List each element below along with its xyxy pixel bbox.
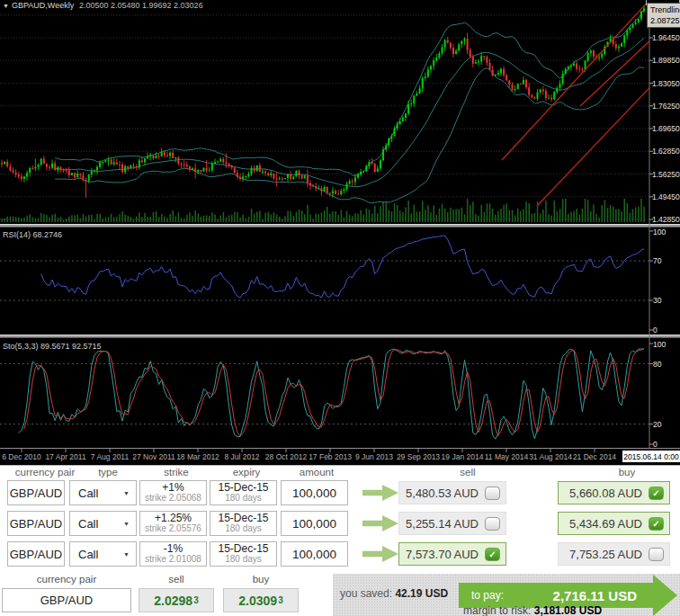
strike-pct: +1% xyxy=(162,482,183,494)
rsi-scale-label: 70 xyxy=(653,256,662,265)
sto-scale-label: 100 xyxy=(653,340,666,349)
price-scale-label: 1.89850 xyxy=(652,56,680,65)
option-row: GBP/AUD Call ▼ +1.25% strike 2.05576 15-… xyxy=(0,511,680,536)
price-scale-label: 1.69650 xyxy=(652,124,680,133)
price-chart[interactable]: ▼ GBPAUD,Weekly 2.00500 2.05480 1.99692 … xyxy=(0,0,680,465)
margin-label: margin to risk: xyxy=(463,604,531,616)
price-scale[interactable]: 1.96450 1.89850 1.83050 1.76250 1.69650 … xyxy=(652,33,680,224)
buy-price-option[interactable]: 7,753.25 AUD xyxy=(558,542,670,566)
amount-input[interactable]: 100,000 xyxy=(281,541,348,567)
col-header-type: type xyxy=(98,467,118,478)
date-label: 9 Jun 2013 xyxy=(355,452,393,461)
date-label: 8 Jul 2012 xyxy=(224,452,259,461)
type-dropdown[interactable]: Call ▼ xyxy=(69,541,137,567)
current-date-label: 2015.06.14 0:00 xyxy=(623,452,679,461)
price-scale-label: 1.42850 xyxy=(652,215,680,224)
date-label: 7 Aug 2011 xyxy=(91,452,130,461)
ohlc-values: 2.00500 2.05480 1.99692 2.03026 xyxy=(79,1,203,10)
sell-checkbox[interactable] xyxy=(485,487,500,500)
type-value: Call xyxy=(78,487,98,500)
sell-checkbox[interactable]: ✓ xyxy=(485,548,500,561)
rsi-scale-label: 100 xyxy=(653,228,666,237)
chevron-down-icon: ▼ xyxy=(123,521,130,527)
date-label: 27 Nov 2011 xyxy=(132,452,175,461)
strike-field[interactable]: -1% strike 2.01008 xyxy=(139,541,207,567)
sell-price-value: 5,480.53 AUD xyxy=(406,487,479,500)
sell-price-option[interactable]: 5,255.14 AUD xyxy=(398,512,506,535)
sell-price-value: 7,573.70 AUD xyxy=(406,548,479,561)
col-header-amount: amount xyxy=(300,467,334,478)
sto-scale-label: 80 xyxy=(653,360,662,369)
buy-price-option[interactable]: 5,434.69 AUD ✓ xyxy=(558,512,670,535)
quote-header-currency-pair: currency pair xyxy=(37,574,96,585)
sell-price-option[interactable]: 5,480.53 AUD xyxy=(398,481,506,504)
expiry-days: 180 days xyxy=(225,493,262,504)
amount-input[interactable]: 100,000 xyxy=(281,480,348,505)
expiry-field[interactable]: 15-Dec-15 180 days xyxy=(210,511,277,536)
strike-value: strike 2.05576 xyxy=(145,523,201,535)
chevron-down-icon: ▼ xyxy=(123,551,130,558)
amount-input[interactable]: 100,000 xyxy=(281,511,348,536)
buy-checkbox[interactable]: ✓ xyxy=(649,517,664,531)
date-label: 21 Dec 2014 xyxy=(573,452,616,461)
price-scale-label: 1.62850 xyxy=(652,147,680,156)
expiry-field[interactable]: 15-Dec-15 180 days xyxy=(210,480,277,505)
col-header-sell: sell xyxy=(460,467,475,478)
quote-sell-value: 2.0298 xyxy=(154,594,192,608)
chevron-down-icon: ▼ xyxy=(123,490,130,496)
sto-scale-label: 0 xyxy=(653,440,658,449)
type-dropdown[interactable]: Call ▼ xyxy=(69,511,137,536)
quote-buy-price[interactable]: 2.03093 xyxy=(223,588,299,612)
chart-area[interactable]: ▼ GBPAUD,Weekly 2.00500 2.05480 1.99692 … xyxy=(0,0,680,465)
strike-pct: -1% xyxy=(164,543,183,555)
expiry-days: 180 days xyxy=(225,554,262,566)
buy-price-option[interactable]: 5,660.08 AUD ✓ xyxy=(558,481,670,504)
currency-pair-field[interactable]: GBP/AUD xyxy=(7,480,65,505)
margin-to-risk-text: margin to risk: 3,181.08 USD xyxy=(463,604,602,616)
currency-pair-field[interactable]: GBP/AUD xyxy=(7,541,65,567)
direction-arrow-icon xyxy=(362,515,398,531)
quote-sell-price[interactable]: 2.02983 xyxy=(139,588,214,612)
strike-value: strike 2.05068 xyxy=(145,493,201,504)
buy-checkbox[interactable] xyxy=(649,548,664,561)
direction-arrow-icon xyxy=(362,546,398,562)
sell-price-option[interactable]: 7,573.70 AUD ✓ xyxy=(398,542,506,566)
option-row: GBP/AUD Call ▼ +1% strike 2.05068 15-Dec… xyxy=(0,480,680,505)
col-header-strike: strike xyxy=(164,467,188,478)
type-dropdown[interactable]: Call ▼ xyxy=(69,480,137,505)
date-label: 11 May 2014 xyxy=(485,452,529,461)
date-label: 18 Mar 2012 xyxy=(176,452,219,461)
symbol-collapse-icon[interactable]: ▼ xyxy=(3,3,9,9)
price-scale-label: 1.83050 xyxy=(652,79,680,88)
strike-field[interactable]: +1% strike 2.05068 xyxy=(139,480,207,505)
chart-background xyxy=(0,0,680,465)
tooltip-value: 2.08725 xyxy=(650,15,680,26)
tooltip-title: Trendline xyxy=(650,4,680,15)
buy-checkbox[interactable]: ✓ xyxy=(649,487,664,500)
direction-arrow-icon xyxy=(362,485,398,501)
expiry-date: 15-Dec-15 xyxy=(218,482,268,494)
buy-price-value: 7,753.25 AUD xyxy=(569,548,642,561)
quote-header-buy: buy xyxy=(253,574,270,585)
price-scale-label: 1.76250 xyxy=(652,102,680,111)
to-pay-value: 2,716.11 USD xyxy=(553,588,637,603)
strike-field[interactable]: +1.25% strike 2.05576 xyxy=(139,511,207,536)
col-header-currency-pair: currency pair xyxy=(15,467,75,478)
sell-checkbox[interactable] xyxy=(485,517,500,531)
strike-value: strike 2.01008 xyxy=(145,554,201,566)
expiry-date: 15-Dec-15 xyxy=(218,513,268,524)
rsi-scale-label: 0 xyxy=(653,326,658,335)
sto-label: Sto(5,3,3) 89.5671 92.5715 xyxy=(3,342,102,351)
sell-price-value: 5,255.14 AUD xyxy=(406,517,479,531)
you-saved-text: you saved: 42.19 USD xyxy=(340,587,448,600)
expiry-field[interactable]: 15-Dec-15 180 days xyxy=(210,541,277,567)
order-summary: you saved: 42.19 USD to pay: 2,716.11 US… xyxy=(333,574,680,616)
option-row: GBP/AUD Call ▼ -1% strike 2.01008 15-Dec… xyxy=(0,541,680,567)
rsi-label: RSI(14) 68.2746 xyxy=(3,230,62,239)
date-axis[interactable]: 6 Dec 2010 17 Apr 2011 7 Aug 2011 27 Nov… xyxy=(2,452,616,461)
quote-currency-pair[interactable]: GBP/AUD xyxy=(2,588,131,612)
margin-value: 3,181.08 USD xyxy=(534,604,602,616)
currency-pair-field[interactable]: GBP/AUD xyxy=(7,511,65,536)
col-header-buy: buy xyxy=(619,467,636,478)
sto-scale-label: 20 xyxy=(653,420,662,429)
